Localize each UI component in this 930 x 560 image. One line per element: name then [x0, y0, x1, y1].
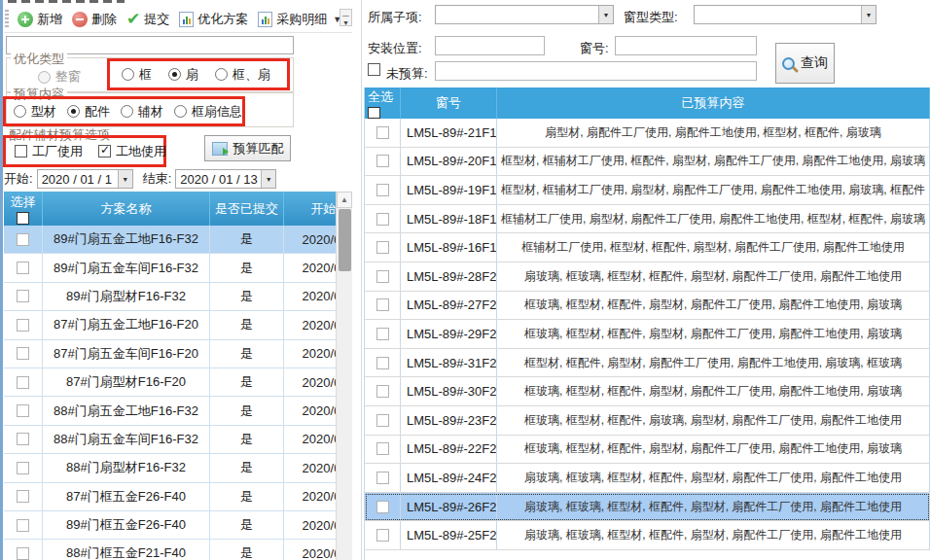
usage-checkbox[interactable]: 工厂使用 [15, 143, 83, 160]
row-checkbox[interactable] [17, 490, 29, 503]
table-row[interactable]: LM5L-89#-31F29 框型材, 框配件, 扇型材, 扇配件工厂使用, 扇… [365, 349, 930, 378]
add-button[interactable]: 新增 [13, 9, 67, 30]
row-checkbox[interactable] [376, 126, 389, 139]
row-checkbox[interactable] [376, 241, 389, 254]
row-checkbox[interactable] [376, 529, 389, 542]
table-row[interactable]: 87#门扇五金车间F16-F20 是 2020/0 [4, 340, 352, 368]
table-row[interactable]: LM5L-89#-20F18 框型材, 框辅材工厂使用, 框配件, 扇型材, 扇… [365, 148, 930, 177]
row-checkbox[interactable] [17, 519, 29, 532]
vertical-scrollbar[interactable]: ▲ [336, 192, 352, 560]
submit-button[interactable]: ✔ 提交 [122, 9, 174, 30]
radio-label: 辅材 [138, 103, 163, 121]
toolbar-overflow-button[interactable]: —▼ [340, 9, 352, 26]
toolbar-grip[interactable] [5, 10, 9, 29]
table-row[interactable]: LM5L-89#-25F23 扇玻璃, 框玻璃, 框型材, 框配件, 扇型材, … [365, 521, 930, 550]
row-checkbox[interactable] [376, 270, 389, 283]
sub-item-select[interactable]: ▼ [435, 5, 614, 24]
budget-match-button[interactable]: 预算匹配 [204, 135, 291, 161]
scrollbar-thumb[interactable] [339, 209, 351, 271]
row-checkbox[interactable] [17, 404, 29, 417]
radio-icon [121, 105, 133, 118]
row-checkbox[interactable] [376, 155, 389, 167]
row-checkbox[interactable] [376, 414, 389, 427]
budget-content-radio[interactable]: 型材 [14, 103, 56, 121]
table-row[interactable]: LM5L-89#-18F16 框辅材工厂使用, 扇型材, 扇配件工厂使用, 扇配… [365, 205, 930, 234]
row-checkbox[interactable] [376, 385, 389, 398]
no-budget-input[interactable] [435, 61, 757, 81]
row-checkbox[interactable] [376, 501, 389, 513]
table-row[interactable]: LM5L-89#-16F15 框辅材工厂使用, 框型材, 框配件, 扇型材, 扇… [365, 233, 930, 262]
budgeted-content-header[interactable]: 已预算内容 [497, 88, 930, 119]
row-checkbox[interactable] [376, 442, 389, 455]
table-row[interactable]: 89#门框五金F26-F40 是 2020/0 [4, 511, 352, 540]
table-row[interactable]: 87#门框五金F26-F40 是 2020/0 [4, 483, 352, 511]
chevron-down-icon[interactable]: ▼ [598, 6, 613, 23]
scroll-up-arrow[interactable]: ▲ [337, 192, 352, 208]
table-row[interactable]: 88#门扇型材F16-F32 是 2020/0 [4, 454, 352, 482]
budget-content-radio[interactable]: 辅材 [121, 103, 163, 121]
row-checkbox[interactable] [376, 472, 389, 484]
optimize-plan-label: 优化方案 [197, 11, 248, 28]
row-checkbox[interactable] [17, 233, 29, 246]
table-row[interactable]: LM5L-89#-30F28 框玻璃, 框型材, 框配件, 扇型材, 扇配件工厂… [365, 377, 930, 406]
table-row[interactable]: 87#门扇型材F16-F20 是 2020/0 [4, 368, 352, 397]
row-checkbox[interactable] [17, 376, 29, 389]
row-checkbox[interactable] [376, 328, 389, 340]
table-row[interactable]: 87#门扇五金工地F16-F20 是 2020/0 [4, 311, 352, 339]
radio-whole-window[interactable]: 整窗 [38, 68, 81, 86]
table-row[interactable]: LM5L-89#-27F25 框玻璃, 框型材, 框配件, 扇型材, 扇配件工厂… [365, 292, 930, 321]
table-row[interactable]: 89#门扇五金车间F16-F32 是 2020/0 [4, 254, 352, 282]
chevron-down-icon[interactable]: ▼ [118, 170, 132, 188]
install-position-input[interactable] [435, 36, 545, 55]
plan-table-header: 选择 方案名称 是否已提交 开始 [4, 192, 352, 226]
row-checkbox[interactable] [376, 184, 389, 196]
chevron-down-icon[interactable]: ▼ [861, 6, 876, 23]
table-row[interactable]: 88#门框五金F21-F40 是 2020/0 [4, 540, 352, 560]
row-checkbox[interactable] [376, 213, 389, 226]
table-row[interactable]: LM5L-89#-22F20 框玻璃, 框型材, 框配件, 扇型材, 扇配件工厂… [365, 436, 930, 465]
delete-button[interactable]: 删除 [67, 9, 122, 30]
table-row[interactable]: 88#门扇五金工地F16-F32 是 2020/0 [4, 397, 352, 425]
chevron-down-icon[interactable]: ▼ [261, 170, 275, 188]
select-all-checkbox[interactable] [368, 107, 380, 119]
plan-name-header[interactable]: 方案名称 [43, 192, 210, 226]
submitted-cell: 是 [210, 226, 284, 253]
optimize-type-radio[interactable]: 框、扇 [215, 66, 270, 84]
row-checkbox[interactable] [376, 357, 389, 369]
row-checkbox[interactable] [17, 462, 29, 474]
select-all-checkbox[interactable] [17, 212, 29, 225]
table-row[interactable]: LM5L-89#-21F19 扇型材, 扇配件工厂使用, 扇配件工地使用, 框型… [365, 119, 930, 148]
table-row[interactable]: 88#门扇五金车间F16-F32 是 2020/0 [4, 426, 352, 454]
table-row[interactable]: LM5L-89#-26F24 扇玻璃, 框玻璃, 框型材, 框配件, 扇型材, … [365, 493, 930, 522]
end-date-picker[interactable]: 2020 / 01 / 13 ▼ [175, 169, 276, 189]
row-checkbox[interactable] [17, 347, 29, 360]
window-no-header[interactable]: 窗号 [401, 88, 497, 119]
table-row[interactable]: LM5L-89#-29F27 框玻璃, 框型材, 框配件, 扇型材, 扇配件工厂… [365, 320, 930, 349]
table-row[interactable]: LM5L-89#-23F21 框玻璃, 框型材, 框配件, 扇玻璃, 扇型材, … [365, 406, 930, 436]
row-checkbox[interactable] [17, 262, 29, 274]
table-row[interactable]: 89#门扇五金工地F16-F32 是 2020/0 [4, 226, 352, 254]
row-checkbox[interactable] [17, 319, 29, 332]
table-row[interactable]: 89#门扇型材F16-F32 是 2020/0 [4, 283, 352, 311]
row-checkbox[interactable] [17, 547, 29, 560]
window-no-input[interactable] [615, 36, 757, 55]
submitted-cell: 是 [210, 483, 284, 510]
row-checkbox[interactable] [376, 298, 389, 311]
row-checkbox[interactable] [17, 433, 29, 445]
budget-content-radio[interactable]: 配件 [67, 103, 110, 121]
table-row[interactable]: LM5L-89#-19F17 框型材, 框辅材工厂使用, 扇型材, 扇配件工厂使… [365, 176, 930, 205]
optimize-type-radio[interactable]: 扇 [168, 66, 198, 84]
window-type-select[interactable]: ▼ [694, 5, 876, 24]
usage-checkbox[interactable]: 工地使用 [98, 143, 166, 160]
query-button[interactable]: 查询 [775, 43, 835, 84]
optimize-plan-button[interactable]: 优化方案 [174, 9, 253, 30]
no-budget-checkbox[interactable] [368, 63, 380, 76]
start-date-picker[interactable]: 2020 / 01 / 1 ▼ [37, 169, 133, 189]
optimize-type-radio[interactable]: 框 [122, 66, 152, 84]
table-row[interactable]: LM5L-89#-28F26 扇玻璃, 框玻璃, 框型材, 框配件, 扇型材, … [365, 262, 930, 292]
budget-content-radio[interactable]: 框扇信息 [174, 103, 242, 121]
purchase-detail-button[interactable]: 采购明细 ▼ [253, 9, 346, 30]
table-row[interactable]: LM5L-89#-24F22 扇玻璃, 框玻璃, 框型材, 框配件, 扇型材, … [365, 464, 930, 493]
row-checkbox[interactable] [17, 290, 29, 302]
submitted-header[interactable]: 是否已提交 [210, 192, 284, 226]
